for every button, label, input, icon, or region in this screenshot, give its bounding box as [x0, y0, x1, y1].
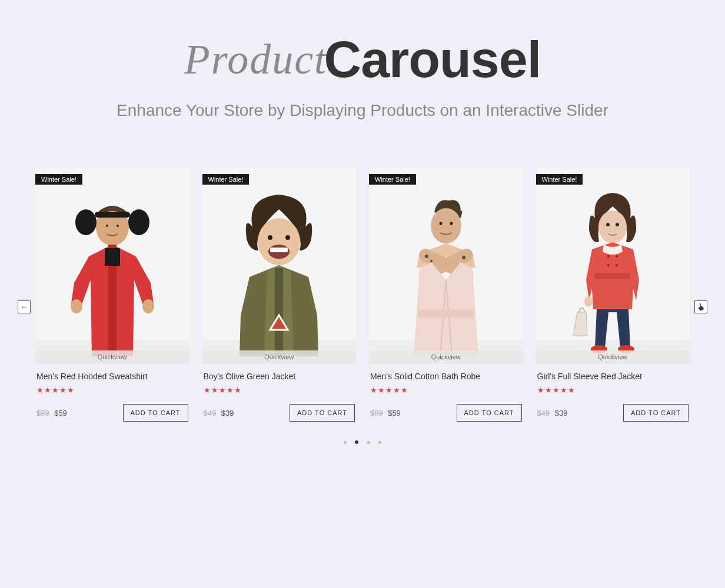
- product-image[interactable]: Winter Sale! Quickview: [202, 167, 357, 363]
- product-card: Winter Sale!: [536, 167, 690, 422]
- svg-point-23: [598, 211, 627, 243]
- carousel-dot[interactable]: [344, 441, 347, 444]
- sale-badge: Winter Sale!: [202, 174, 250, 185]
- product-figure: [545, 186, 680, 356]
- product-image[interactable]: Winter Sale!: [369, 167, 523, 363]
- svg-point-30: [616, 264, 618, 266]
- price: $99 $59: [36, 407, 67, 418]
- carousel-next-button[interactable]: [694, 300, 707, 313]
- carousel-dot[interactable]: [355, 440, 358, 444]
- carousel-dot[interactable]: [378, 441, 381, 444]
- arrow-left-icon: ←: [21, 303, 28, 311]
- add-to-cart-button[interactable]: ADD TO CART: [623, 404, 689, 422]
- svg-rect-22: [418, 309, 474, 318]
- quickview-button[interactable]: Quickview: [202, 350, 357, 363]
- sale-badge: Winter Sale!: [536, 174, 583, 185]
- svg-point-16: [431, 208, 461, 243]
- hand-pointer-icon: [697, 303, 704, 311]
- add-to-cart-button[interactable]: ADD TO CART: [457, 404, 522, 422]
- product-card: Winter Sale!: [369, 167, 523, 422]
- price-new: $59: [388, 409, 401, 417]
- heading-bold: Carousel: [324, 29, 541, 89]
- price-old: $49: [537, 409, 550, 417]
- sale-badge: Winter Sale!: [369, 174, 416, 185]
- rating-stars: ★★★★★: [204, 386, 355, 395]
- svg-point-9: [142, 299, 154, 313]
- product-title[interactable]: Men's Red Hooded Sweatshirt: [36, 372, 188, 381]
- product-carousel: ← Winter Sale!: [35, 167, 690, 446]
- svg-point-27: [607, 255, 610, 258]
- product-image[interactable]: Winter Sale!: [35, 167, 189, 363]
- price-new: $39: [221, 409, 234, 417]
- product-figure: [45, 186, 180, 356]
- product-figure: [378, 186, 514, 356]
- price-old: $99: [36, 409, 49, 417]
- svg-point-17: [439, 222, 442, 225]
- svg-point-25: [616, 223, 619, 226]
- svg-point-20: [430, 260, 433, 262]
- svg-point-24: [606, 223, 610, 226]
- svg-point-33: [584, 296, 593, 307]
- svg-point-12: [285, 235, 290, 240]
- svg-point-11: [268, 235, 272, 240]
- svg-point-1: [75, 209, 97, 235]
- quickview-button[interactable]: Quickview: [369, 350, 523, 363]
- carousel-dot[interactable]: [367, 441, 370, 444]
- sale-badge: Winter Sale!: [35, 174, 82, 185]
- add-to-cart-button[interactable]: ADD TO CART: [123, 404, 188, 422]
- price: $49 $39: [204, 407, 234, 418]
- price-new: $39: [555, 409, 568, 417]
- svg-point-29: [616, 255, 618, 258]
- svg-rect-14: [270, 248, 288, 252]
- add-to-cart-button[interactable]: ADD TO CART: [290, 404, 355, 422]
- svg-point-28: [607, 264, 610, 266]
- price: $89 $59: [370, 407, 401, 418]
- svg-point-4: [106, 225, 108, 227]
- svg-point-5: [117, 225, 119, 227]
- svg-point-18: [450, 222, 453, 225]
- page-subtitle: Enhance Your Store by Displaying Product…: [35, 101, 690, 120]
- product-image[interactable]: Winter Sale!: [536, 167, 690, 363]
- svg-rect-7: [105, 248, 120, 266]
- svg-point-19: [425, 255, 428, 258]
- price: $49 $39: [537, 407, 568, 418]
- product-title[interactable]: Men's Solid Cotton Bath Robe: [370, 372, 522, 381]
- product-card: Winter Sale!: [35, 167, 189, 422]
- price-new: $59: [54, 409, 67, 417]
- svg-point-2: [128, 209, 149, 235]
- carousel-prev-button[interactable]: ←: [18, 300, 31, 313]
- carousel-dots: [35, 436, 690, 446]
- rating-stars: ★★★★★: [36, 386, 188, 395]
- page-heading: Product Carousel: [35, 29, 690, 89]
- rating-stars: ★★★★★: [370, 386, 522, 395]
- svg-rect-3: [95, 212, 130, 218]
- svg-rect-26: [595, 273, 630, 279]
- heading-script: Product: [184, 35, 327, 84]
- price-old: $89: [370, 409, 383, 417]
- quickview-button[interactable]: Quickview: [536, 350, 690, 363]
- price-old: $49: [204, 409, 217, 417]
- product-title[interactable]: Girl's Full Sleeve Red Jacket: [537, 372, 689, 381]
- svg-rect-15: [275, 268, 283, 356]
- product-figure: [211, 186, 347, 356]
- svg-point-8: [71, 299, 82, 313]
- quickview-button[interactable]: Quickview: [35, 350, 189, 363]
- svg-point-21: [462, 256, 465, 259]
- product-title[interactable]: Boy's Olive Green Jacket: [204, 372, 355, 381]
- rating-stars: ★★★★★: [537, 386, 689, 395]
- product-card: Winter Sale! Quickview: [202, 167, 357, 422]
